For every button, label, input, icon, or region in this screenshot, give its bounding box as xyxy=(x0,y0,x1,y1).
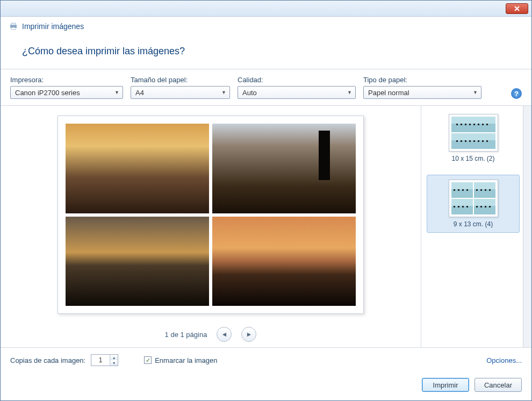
sidebar-scrollbar[interactable] xyxy=(523,106,531,347)
preview-pane: 1 de 1 página ◄ ► xyxy=(1,106,421,347)
paper-type-combobox[interactable]: Papel normal xyxy=(363,86,481,99)
close-button[interactable] xyxy=(506,3,528,14)
printer-combobox[interactable]: Canon iP2700 series xyxy=(10,86,123,99)
fit-frame-checkbox[interactable]: ✓ Enmarcar la imagen xyxy=(144,356,217,364)
button-row: Imprimir Cancelar xyxy=(1,373,531,400)
paper-type-value: Papel normal xyxy=(368,89,409,97)
window-header: Imprimir imágenes xyxy=(1,17,531,41)
layout-thumb-icon xyxy=(449,180,498,217)
printer-label: Impresora: xyxy=(10,76,123,84)
paper-size-value: A4 xyxy=(135,89,144,97)
bottom-row: Copias de cada imagen: ▲ ▼ ✓ Enmarcar la… xyxy=(1,347,531,373)
next-page-button[interactable]: ► xyxy=(241,327,256,342)
preview-image-3 xyxy=(66,217,209,306)
svg-rect-2 xyxy=(11,27,16,30)
svg-rect-1 xyxy=(11,23,16,25)
main-area: 1 de 1 página ◄ ► 10 x 15 cm. (2)9 x 13 … xyxy=(1,106,531,347)
layout-caption: 10 x 15 cm. (2) xyxy=(451,155,494,162)
checkbox-box: ✓ xyxy=(144,356,152,364)
cancel-button[interactable]: Cancelar xyxy=(475,378,522,392)
layout-sidebar-wrapper: 10 x 15 cm. (2)9 x 13 cm. (4) xyxy=(421,106,531,347)
paper-type-label: Tipo de papel: xyxy=(363,76,481,84)
prev-page-button[interactable]: ◄ xyxy=(217,327,232,342)
titlebar xyxy=(1,1,531,17)
preview-image-4 xyxy=(212,217,356,306)
paper-size-label: Tamaño del papel: xyxy=(131,76,230,84)
printer-value: Canon iP2700 series xyxy=(15,89,80,97)
print-button[interactable]: Imprimir xyxy=(422,378,469,392)
copies-up-button[interactable]: ▲ xyxy=(110,355,118,360)
fit-frame-label: Enmarcar la imagen xyxy=(155,356,217,364)
preview-image-2 xyxy=(212,124,356,213)
preview-image-1 xyxy=(66,124,209,213)
close-icon xyxy=(514,6,520,11)
window-title: Imprimir imágenes xyxy=(22,22,84,31)
page-heading: ¿Cómo desea imprimir las imágenes? xyxy=(1,41,531,69)
print-options-row: Impresora: Canon iP2700 series Tamaño de… xyxy=(1,69,531,106)
page-preview xyxy=(57,116,364,314)
quality-combobox[interactable]: Auto xyxy=(238,86,356,99)
printer-icon xyxy=(9,22,18,31)
quality-value: Auto xyxy=(242,89,257,97)
copies-input[interactable] xyxy=(91,355,110,366)
paper-size-combobox[interactable]: A4 xyxy=(131,86,230,99)
layout-sidebar: 10 x 15 cm. (2)9 x 13 cm. (4) xyxy=(421,106,523,347)
help-icon[interactable]: ? xyxy=(511,88,522,99)
pager: 1 de 1 página ◄ ► xyxy=(165,327,257,342)
copies-spinner[interactable]: ▲ ▼ xyxy=(91,354,118,366)
layout-option-1[interactable]: 9 x 13 cm. (4) xyxy=(427,175,520,233)
layout-caption: 9 x 13 cm. (4) xyxy=(454,220,493,228)
print-pictures-dialog: Imprimir imágenes ¿Cómo desea imprimir l… xyxy=(0,0,532,401)
quality-label: Calidad: xyxy=(238,76,356,84)
copies-down-button[interactable]: ▼ xyxy=(110,360,118,366)
layout-thumb-icon xyxy=(449,114,498,152)
pager-text: 1 de 1 página xyxy=(165,331,207,339)
layout-option-0[interactable]: 10 x 15 cm. (2) xyxy=(427,109,520,167)
options-link[interactable]: Opciones... xyxy=(486,356,522,364)
copies-label: Copias de cada imagen: xyxy=(10,356,85,364)
